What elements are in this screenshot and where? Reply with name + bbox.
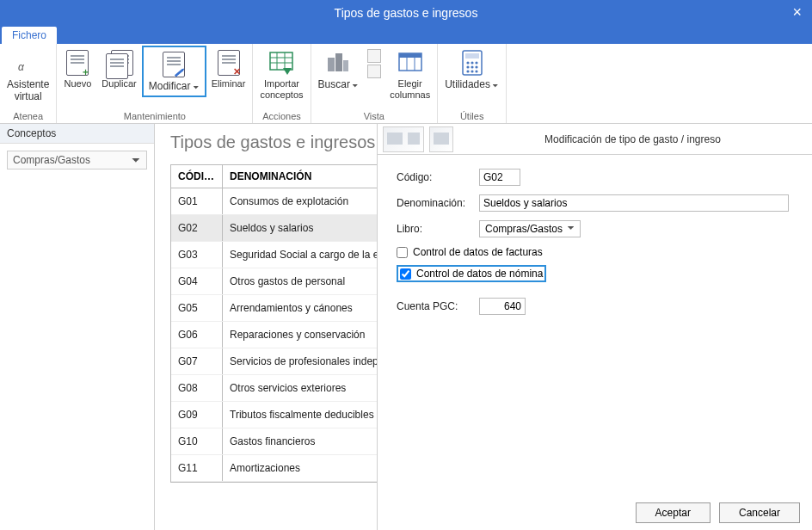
close-icon[interactable]: × [792, 3, 802, 22]
svg-point-19 [466, 65, 469, 68]
group-label-atenea: Atenea [2, 109, 54, 123]
image-placeholder2-icon[interactable] [429, 126, 453, 152]
table-row[interactable]: G07Servicios de profesionales indep [171, 348, 384, 375]
calculator-icon [458, 49, 486, 77]
dialog-title: Modificación de tipo de gasto / ingreso [458, 133, 807, 145]
tab-fichero[interactable]: Fichero [2, 27, 57, 44]
cell-denom: Amortizaciones [223, 455, 384, 481]
svg-rect-1 [270, 52, 292, 70]
asistente-label: Asistente virtual [7, 78, 49, 103]
cell-code: G05 [171, 295, 223, 321]
cell-denom: Tributos fiscalmente deducibles [223, 402, 384, 428]
grid-header: CÓDI… DENOMINACIÓN [171, 165, 384, 188]
check-nomina[interactable]: Control de datos de nómina [397, 265, 546, 282]
buscar-button[interactable]: Buscar [313, 46, 365, 94]
cell-denom: Consumos de explotación [223, 188, 384, 214]
eliminar-button[interactable]: ✕ Eliminar [206, 46, 251, 93]
check-facturas[interactable]: Control de datos de facturas [397, 246, 793, 258]
combo-libro[interactable]: Compras/Gastos [479, 220, 581, 237]
grid: CÓDI… DENOMINACIÓN G01Consumos de explot… [170, 164, 385, 483]
edit-doc-icon [160, 51, 188, 78]
cell-code: G01 [171, 188, 223, 214]
group-label-utiles: Útiles [440, 109, 504, 123]
group-label-vista: Vista [313, 109, 436, 123]
table-row[interactable]: G01Consumos de explotación [171, 188, 384, 215]
input-codigo[interactable] [479, 169, 520, 186]
ribbon-group-acciones: Importar conceptos Acciones [253, 44, 311, 123]
ribbon: α Asistente virtual Atenea ＋ Nuevo Dupli… [0, 44, 812, 124]
cell-code: G07 [171, 348, 223, 374]
input-denominacion[interactable] [479, 194, 789, 212]
table-row[interactable]: G06Reparaciones y conservación [171, 322, 384, 348]
importar-button[interactable]: Importar conceptos [255, 46, 308, 104]
cell-code: G06 [171, 322, 223, 348]
cell-code: G09 [171, 402, 223, 428]
cell-denom: Seguridad Social a cargo de la e [223, 242, 384, 268]
svg-text:α: α [18, 61, 25, 73]
table-row[interactable]: G02Sueldos y salarios [171, 215, 384, 242]
svg-rect-11 [399, 53, 421, 58]
delete-doc-icon: ✕ [215, 49, 243, 77]
elegir-columnas-button[interactable]: Elegir columnas [384, 46, 435, 104]
sort-desc-icon[interactable] [367, 65, 381, 78]
titlebar: Tipos de gastos e ingresos × [0, 0, 812, 26]
cell-denom: Otros gastos de personal [223, 268, 384, 294]
svg-point-18 [475, 61, 477, 64]
sidebar-combo[interactable]: Compras/Gastos ⏷ [7, 151, 147, 169]
checkbox-nomina[interactable] [400, 268, 411, 280]
ribbon-group-mantenimiento: ＋ Nuevo Duplicar Modificar ✕ Eliminar Ma… [57, 44, 253, 123]
checkbox-facturas[interactable] [397, 247, 408, 258]
cell-denom: Sueldos y salarios [223, 215, 384, 241]
cell-code: G10 [171, 428, 223, 454]
cell-code: G03 [171, 242, 223, 268]
duplicar-button[interactable]: Duplicar [96, 46, 141, 93]
label-libro: Libro: [397, 223, 479, 235]
ribbon-group-vista: Buscar Elegir columnas Vista [311, 44, 439, 123]
asistente-virtual-button[interactable]: α Asistente virtual [2, 46, 54, 107]
cell-denom: Reparaciones y conservación [223, 322, 384, 348]
cancelar-button[interactable]: Cancelar [719, 502, 800, 523]
cell-denom: Gastos financieros [223, 428, 384, 454]
table-row[interactable]: G05Arrendamientos y cánones [171, 295, 384, 322]
aceptar-button[interactable]: Aceptar [636, 502, 710, 523]
table-import-icon [268, 49, 295, 77]
table-row[interactable]: G09Tributos fiscalmente deducibles [171, 402, 384, 428]
cell-denom: Otros servicios exteriores [223, 375, 384, 401]
dialog-modificacion: Modificación de tipo de gasto / ingreso … [377, 124, 812, 530]
sort-asc-icon[interactable] [367, 49, 381, 63]
group-label-mant: Mantenimiento [58, 109, 250, 123]
svg-point-22 [466, 70, 469, 72]
table-row[interactable]: G03Seguridad Social a cargo de la e [171, 242, 384, 268]
cell-code: G08 [171, 375, 223, 401]
image-placeholder-icon[interactable] [383, 126, 424, 152]
label-cuenta: Cuenta PGC: [397, 300, 479, 312]
svg-rect-8 [335, 53, 342, 71]
table-row[interactable]: G04Otros gastos de personal [171, 268, 384, 295]
utilidades-button[interactable]: Utilidades [440, 46, 504, 94]
buildings-icon [324, 49, 352, 77]
cell-code: G11 [171, 455, 223, 481]
chevron-down-icon: ⏷ [131, 154, 141, 166]
sidebar-combo-value: Compras/Gastos [13, 154, 90, 166]
new-doc-icon: ＋ [64, 49, 91, 77]
svg-marker-6 [283, 68, 292, 75]
sidebar-title: Conceptos [0, 124, 154, 144]
col-header-code[interactable]: CÓDI… [171, 165, 223, 188]
columns-icon [397, 49, 424, 77]
col-header-denom[interactable]: DENOMINACIÓN [223, 165, 384, 188]
cell-denom: Servicios de profesionales indep [223, 348, 384, 374]
input-cuenta[interactable] [479, 298, 526, 315]
nuevo-button[interactable]: ＋ Nuevo [58, 46, 96, 93]
sidebar: Conceptos Compras/Gastos ⏷ [0, 124, 155, 530]
svg-rect-15 [465, 53, 479, 59]
ribbon-tabrow: Fichero [0, 26, 812, 44]
table-row[interactable]: G11Amortizaciones [171, 455, 384, 482]
dialog-body: Código: Denominación: Libro: Compras/Gas… [378, 155, 812, 337]
svg-point-24 [475, 70, 477, 72]
ribbon-group-utiles: Utilidades Útiles [438, 44, 507, 123]
modificar-button[interactable]: Modificar [142, 46, 206, 97]
sort-buttons[interactable] [364, 46, 384, 82]
table-row[interactable]: G08Otros servicios exteriores [171, 375, 384, 402]
table-row[interactable]: G10Gastos financieros [171, 428, 384, 455]
svg-point-16 [466, 61, 469, 64]
